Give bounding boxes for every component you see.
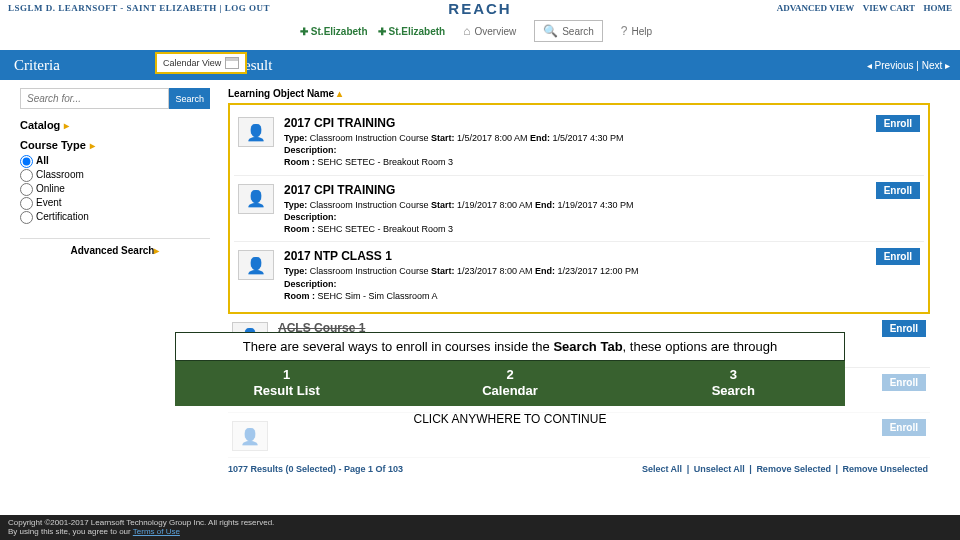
- calendar-view-button[interactable]: Calendar View: [155, 52, 247, 74]
- type-event[interactable]: Event: [20, 197, 210, 210]
- terms-link[interactable]: Terms of Use: [133, 527, 180, 536]
- nav-home[interactable]: HOME: [924, 3, 953, 13]
- course-title[interactable]: 2017 NTP CLASS 1: [284, 248, 866, 264]
- enroll-button[interactable]: Enroll: [882, 374, 926, 391]
- logo-primary: St.Elizabeth: [300, 26, 368, 37]
- tutorial-banner: There are several ways to enroll in cour…: [175, 332, 845, 361]
- click-to-continue[interactable]: CLICK ANYWHERE TO CONTINUE: [175, 406, 845, 428]
- home-icon: ⌂: [463, 24, 470, 38]
- prev-button[interactable]: ◂ Previous: [867, 60, 914, 71]
- enroll-button[interactable]: Enroll: [876, 182, 920, 199]
- org-name: LSGLM D. LEARNSOFT - SAINT ELIZABETH: [8, 3, 217, 13]
- course-thumb-icon: 👤: [238, 184, 274, 214]
- search-input[interactable]: [20, 88, 169, 109]
- option-result-list: 1Result List: [175, 361, 398, 406]
- nav-view-cart[interactable]: VIEW CART: [863, 3, 915, 13]
- course-row: 👤 2017 CPI TRAINING Type: Classroom Inst…: [234, 109, 924, 176]
- enroll-button[interactable]: Enroll: [876, 248, 920, 265]
- result-list: 👤 2017 CPI TRAINING Type: Classroom Inst…: [228, 103, 930, 314]
- unselect-all-link[interactable]: Unselect All: [694, 464, 745, 474]
- enroll-button[interactable]: Enroll: [876, 115, 920, 132]
- enroll-button[interactable]: Enroll: [882, 419, 926, 436]
- advanced-search-link[interactable]: Advanced Search: [20, 238, 210, 256]
- tab-search[interactable]: 🔍 Search: [534, 20, 603, 42]
- type-classroom[interactable]: Classroom: [20, 169, 210, 182]
- tab-label: Overview: [474, 26, 516, 37]
- type-certification[interactable]: Certification: [20, 211, 210, 224]
- tab-label: Help: [632, 26, 653, 37]
- next-button[interactable]: Next ▸: [922, 60, 950, 71]
- remove-unselected-link[interactable]: Remove Unselected: [842, 464, 928, 474]
- tab-label: Search: [562, 26, 594, 37]
- search-button[interactable]: Search: [169, 88, 210, 109]
- footer: Copyright ©2001-2017 Learnsoft Technolog…: [0, 515, 960, 540]
- tab-overview[interactable]: ⌂ Overview: [455, 21, 524, 41]
- logout-link[interactable]: LOG OUT: [225, 3, 270, 13]
- type-all[interactable]: All: [20, 155, 210, 168]
- course-row: 👤 2017 CPI TRAINING Type: Classroom Inst…: [234, 176, 924, 243]
- brand-title: REACH: [448, 0, 511, 17]
- logo-secondary: St.Elizabeth: [378, 26, 446, 37]
- nav-advanced-view[interactable]: ADVANCED VIEW: [777, 3, 854, 13]
- course-row: 👤 2017 NTP CLASS 1 Type: Classroom Instr…: [234, 242, 924, 308]
- catalog-filter[interactable]: Catalog: [20, 119, 210, 131]
- help-icon: ?: [621, 24, 628, 38]
- sort-column[interactable]: Learning Object Name: [228, 88, 930, 99]
- remove-selected-link[interactable]: Remove Selected: [756, 464, 831, 474]
- course-thumb-icon: 👤: [238, 250, 274, 280]
- option-search: 3Search: [622, 361, 845, 406]
- enroll-button[interactable]: Enroll: [882, 320, 926, 337]
- select-all-link[interactable]: Select All: [642, 464, 682, 474]
- course-type-filter[interactable]: Course Type: [20, 139, 210, 151]
- type-online[interactable]: Online: [20, 183, 210, 196]
- result-count: 1077 Results (0 Selected) - Page 1 Of 10…: [228, 464, 403, 474]
- option-calendar: 2Calendar: [398, 361, 621, 406]
- tutorial-overlay[interactable]: There are several ways to enroll in cour…: [175, 332, 845, 428]
- course-thumb-icon: 👤: [238, 117, 274, 147]
- course-title[interactable]: 2017 CPI TRAINING: [284, 115, 866, 131]
- course-title[interactable]: 2017 CPI TRAINING: [284, 182, 866, 198]
- search-icon: 🔍: [543, 24, 558, 38]
- tab-help[interactable]: ? Help: [613, 21, 660, 41]
